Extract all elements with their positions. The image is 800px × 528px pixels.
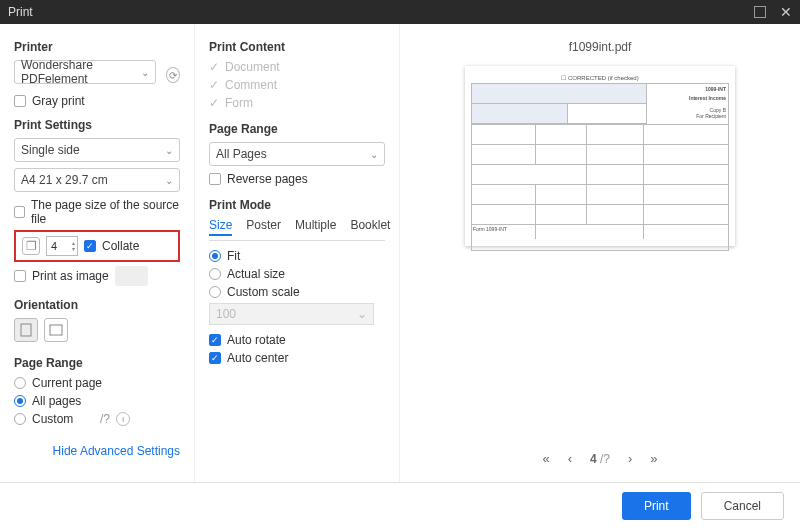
paper-select[interactable]: A4 21 x 29.7 cm ⌄ — [14, 168, 180, 192]
fit-label: Fit — [227, 249, 240, 263]
chevron-down-icon: ⌄ — [141, 67, 149, 78]
orientation-heading: Orientation — [14, 298, 180, 312]
copies-highlight: ❐ 4 ▴▾ ✓ Collate — [14, 230, 180, 262]
collate-checkbox[interactable]: ✓ — [84, 240, 96, 252]
gray-print-checkbox[interactable] — [14, 95, 26, 107]
chevron-down-icon: ⌄ — [165, 145, 173, 156]
close-icon[interactable]: ✕ — [780, 4, 792, 20]
page-range-heading: Page Range — [14, 356, 180, 370]
copies-input[interactable]: 4 ▴▾ — [46, 236, 78, 256]
custom-radio[interactable] — [14, 413, 26, 425]
preview-filename: f1099int.pdf — [569, 40, 632, 54]
portrait-icon — [20, 323, 32, 337]
preview-recipient: For Recipient — [649, 113, 726, 119]
preview-heading: Interest Income — [649, 95, 726, 101]
actual-size-radio[interactable] — [209, 268, 221, 280]
all-pages-radio[interactable] — [14, 395, 26, 407]
source-size-checkbox[interactable] — [14, 206, 25, 218]
tab-multiple[interactable]: Multiple — [295, 218, 336, 236]
cancel-button[interactable]: Cancel — [701, 492, 784, 520]
custom-scale-radio[interactable] — [209, 286, 221, 298]
info-icon[interactable]: i — [116, 412, 130, 426]
spin-down-icon[interactable]: ▾ — [72, 246, 75, 252]
page-preview: ☐ CORRECTED (if checked) 1099-INT Intere… — [465, 66, 735, 246]
chevron-down-icon: ⌄ — [165, 175, 173, 186]
chevron-down-icon: ⌄ — [357, 307, 367, 321]
side-value: Single side — [21, 143, 80, 157]
print-button[interactable]: Print — [622, 492, 691, 520]
all-pages-label: All pages — [32, 394, 81, 408]
pager-last-icon[interactable]: » — [650, 451, 657, 466]
scale-value: 100 — [216, 307, 236, 321]
collate-label: Collate — [102, 239, 139, 253]
gray-print-label: Gray print — [32, 94, 85, 108]
printer-select[interactable]: Wondershare PDFelement ⌄ — [14, 60, 156, 84]
source-size-label: The page size of the source file — [31, 198, 180, 226]
custom-scale-label: Custom scale — [227, 285, 300, 299]
maximize-icon[interactable] — [754, 6, 766, 18]
copies-value: 4 — [51, 240, 57, 252]
auto-rotate-label: Auto rotate — [227, 333, 286, 347]
svg-rect-0 — [21, 324, 31, 336]
side-select[interactable]: Single side ⌄ — [14, 138, 180, 162]
preview-panel: f1099int.pdf ☐ CORRECTED (if checked) 10… — [400, 24, 800, 482]
custom-label: Custom — [32, 412, 73, 426]
page-range-value: All Pages — [216, 147, 267, 161]
page-range-heading-2: Page Range — [209, 122, 385, 136]
content-document: Document — [225, 60, 280, 74]
pager-next-icon[interactable]: › — [628, 451, 632, 466]
orientation-portrait-button[interactable] — [14, 318, 38, 342]
print-as-image-checkbox[interactable] — [14, 270, 26, 282]
preview-form-no: 1099-INT — [649, 86, 726, 92]
content-comment: Comment — [225, 78, 277, 92]
left-panel: Printer Wondershare PDFelement ⌄ ⟳ Gray … — [0, 24, 195, 482]
window-title: Print — [8, 5, 33, 19]
preview-pager: « ‹ 4 /? › » — [542, 439, 657, 472]
orientation-landscape-button[interactable] — [44, 318, 68, 342]
pager-current: 4 — [590, 452, 597, 466]
auto-center-checkbox[interactable]: ✓ — [209, 352, 221, 364]
pager-first-icon[interactable]: « — [542, 451, 549, 466]
auto-center-label: Auto center — [227, 351, 288, 365]
current-page-label: Current page — [32, 376, 102, 390]
print-mode-heading: Print Mode — [209, 198, 385, 212]
print-settings-heading: Print Settings — [14, 118, 180, 132]
landscape-icon — [49, 324, 63, 336]
content-form: Form — [225, 96, 253, 110]
reverse-checkbox[interactable] — [209, 173, 221, 185]
preview-corrected: ☐ CORRECTED (if checked) — [471, 74, 729, 81]
print-as-image-label: Print as image — [32, 269, 109, 283]
printer-value: Wondershare PDFelement — [21, 58, 141, 86]
printer-heading: Printer — [14, 40, 180, 54]
middle-panel: Print Content ✓Document ✓Comment ✓Form P… — [195, 24, 400, 482]
actual-size-label: Actual size — [227, 267, 285, 281]
current-page-radio[interactable] — [14, 377, 26, 389]
svg-rect-1 — [50, 325, 62, 335]
mode-tabs: Size Poster Multiple Booklet — [209, 218, 385, 241]
tab-poster[interactable]: Poster — [246, 218, 281, 236]
title-bar: Print ✕ — [0, 0, 800, 24]
dialog-footer: Print Cancel — [0, 482, 800, 528]
auto-rotate-checkbox[interactable]: ✓ — [209, 334, 221, 346]
print-content-heading: Print Content — [209, 40, 385, 54]
pager-total: /? — [600, 452, 610, 466]
page-range-select[interactable]: All Pages ⌄ — [209, 142, 385, 166]
preview-footer-form: Form 1099-INT — [472, 225, 536, 239]
hide-advanced-link[interactable]: Hide Advanced Settings — [14, 444, 180, 458]
dpi-button — [115, 266, 148, 286]
dialog-body: Printer Wondershare PDFelement ⌄ ⟳ Gray … — [0, 24, 800, 482]
scale-spinner[interactable]: 100 ⌄ — [209, 303, 374, 325]
refresh-icon[interactable]: ⟳ — [166, 67, 180, 83]
pager-prev-icon[interactable]: ‹ — [568, 451, 572, 466]
reverse-label: Reverse pages — [227, 172, 308, 186]
tab-booklet[interactable]: Booklet — [350, 218, 390, 236]
copies-icon: ❐ — [22, 237, 40, 255]
paper-value: A4 21 x 29.7 cm — [21, 173, 108, 187]
fit-radio[interactable] — [209, 250, 221, 262]
tab-size[interactable]: Size — [209, 218, 232, 236]
chevron-down-icon: ⌄ — [370, 149, 378, 160]
